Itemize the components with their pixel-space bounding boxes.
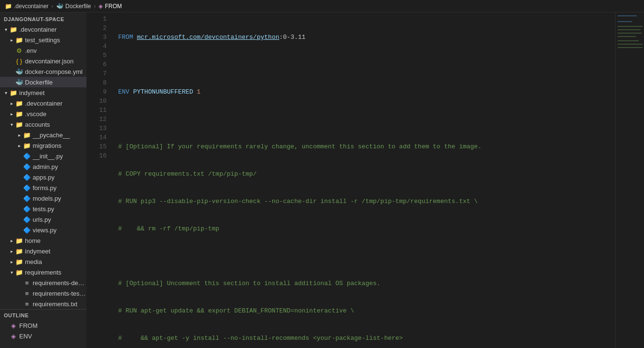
sidebar-item-urls[interactable]: 🔷 urls.py <box>0 214 86 225</box>
sidebar: DJANGONAUT-SPACE 📁 .devcontainer 📁 test_… <box>0 12 86 348</box>
sidebar-item-req-test[interactable]: ≡ requirements-test.... <box>0 288 86 299</box>
folder-icon: 📁 <box>5 3 12 10</box>
code-editor[interactable]: 1 2 3 4 5 6 7 8 9 10 11 12 13 14 15 16 F… <box>86 12 644 348</box>
breadcrumb-sep-2: › <box>94 3 96 10</box>
arrow-migrations <box>15 143 23 148</box>
folder-test-settings-icon: 📁 <box>15 36 23 44</box>
outline-header: OUTLINE <box>0 310 86 320</box>
editor-area: 1 2 3 4 5 6 7 8 9 10 11 12 13 14 15 16 F… <box>86 12 644 348</box>
sidebar-item-test-settings[interactable]: 📁 test_settings <box>0 35 86 45</box>
line-num-2: 2 <box>94 24 107 33</box>
label-outline-env: ENV <box>19 333 86 340</box>
sidebar-item-home[interactable]: 📁 home <box>0 235 86 246</box>
outline-from-icon: ◈ <box>10 322 17 329</box>
sidebar-item-media[interactable]: 📁 media <box>0 256 86 267</box>
sidebar-item-devcontainer[interactable]: 📁 .devcontainer <box>0 24 86 35</box>
label-vscode: .vscode <box>25 110 86 118</box>
sidebar-item-req-txt[interactable]: ≡ requirements.txt <box>0 299 86 309</box>
python-tests-icon: 🔷 <box>23 205 31 213</box>
code-line-2 <box>118 60 615 69</box>
sidebar-item-req-dev[interactable]: ≡ requirements-dev.t... <box>0 277 86 288</box>
svg-rect-0 <box>618 15 637 16</box>
outline-env-icon: ◈ <box>10 333 17 340</box>
label-req-txt: requirements.txt <box>33 300 86 308</box>
arrow-accounts <box>8 122 15 127</box>
sidebar-item-pycache[interactable]: 📁 __pycache__ <box>0 130 86 140</box>
sidebar-item-forms[interactable]: 🔷 forms.py <box>0 182 86 193</box>
line-num-6: 6 <box>94 60 107 69</box>
sidebar-item-apps[interactable]: 🔷 apps.py <box>0 172 86 182</box>
arrow-requirements <box>8 270 15 275</box>
label-views: views.py <box>33 227 86 234</box>
line-num-5: 5 <box>94 51 107 60</box>
folder-home-icon: 📁 <box>15 237 23 244</box>
breadcrumb-sep-1: › <box>51 3 53 10</box>
sidebar-item-migrations[interactable]: 📁 migrations <box>0 140 86 151</box>
line-num-15: 15 <box>94 142 107 151</box>
code-line-1: FROM mcr.microsoft.com/devcontainers/pyt… <box>118 33 615 42</box>
sidebar-item-devcontainer-json[interactable]: { } devcontainer.json <box>0 56 86 66</box>
sidebar-item-docker-compose[interactable]: 🐳 docker-compose.yml <box>0 66 86 77</box>
label-tests: tests.py <box>33 205 86 213</box>
sidebar-item-vscode[interactable]: 📁 .vscode <box>0 108 86 119</box>
sidebar-item-tests[interactable]: 🔷 tests.py <box>0 204 86 214</box>
svg-rect-4 <box>618 33 642 34</box>
text-req-dev-icon: ≡ <box>23 279 31 287</box>
sidebar-item-env[interactable]: ⚙ .env <box>0 45 86 56</box>
label-devcontainer: .devcontainer <box>19 26 86 33</box>
breadcrumb-dockerfile[interactable]: 🐳 Dockerfile <box>56 3 91 10</box>
svg-rect-1 <box>618 21 632 22</box>
outline-item-env[interactable]: ◈ ENV <box>0 331 86 341</box>
sidebar-item-requirements[interactable]: 📁 requirements <box>0 267 86 277</box>
label-media: media <box>25 258 86 265</box>
sidebar-item-indymeet[interactable]: 📁 indymeet <box>0 87 86 98</box>
workspace-title: DJANGONAUT-SPACE <box>0 12 86 24</box>
label-devcontainer-json: devcontainer.json <box>25 58 86 65</box>
label-apps: apps.py <box>33 174 86 181</box>
python-urls-icon: 🔷 <box>23 216 31 223</box>
label-admin: admin.py <box>33 163 86 170</box>
sidebar-item-indymeet2[interactable]: 📁 indymeet <box>0 246 86 256</box>
code-line-6: # COPY requirements.txt /tmp/pip-tmp/ <box>118 169 615 179</box>
label-req-test: requirements-test.... <box>33 290 86 297</box>
label-req-dev: requirements-dev.t... <box>33 279 86 287</box>
code-line-7: # RUN pip3 --disable-pip-version-check -… <box>118 197 615 206</box>
label-dockerfile: Dockerfile <box>25 79 86 86</box>
line-num-16: 16 <box>94 151 107 160</box>
breadcrumb-from[interactable]: ◈ FROM <box>98 3 122 10</box>
python-forms-icon: 🔷 <box>23 184 31 192</box>
sidebar-item-init[interactable]: 🔷 __init__.py <box>0 151 86 161</box>
arrow-indymeet2 <box>8 249 15 254</box>
sidebar-item-views[interactable]: 🔷 views.py <box>0 225 86 235</box>
label-accounts: accounts <box>25 121 86 128</box>
outline-section: OUTLINE ◈ FROM ◈ ENV <box>0 309 86 343</box>
label-init: __init__.py <box>33 153 86 160</box>
line-numbers: 1 2 3 4 5 6 7 8 9 10 11 12 13 14 15 16 <box>86 12 110 348</box>
arrow-media <box>8 259 15 264</box>
arrow-devcontainer2 <box>8 101 15 106</box>
python-init-icon: 🔷 <box>23 153 31 160</box>
line-num-7: 7 <box>94 69 107 78</box>
label-models: models.py <box>33 195 86 202</box>
sidebar-item-models[interactable]: 🔷 models.py <box>0 193 86 204</box>
text-req-txt-icon: ≡ <box>23 300 31 308</box>
label-devcontainer2: .devcontainer <box>25 100 86 107</box>
sidebar-item-dockerfile[interactable]: 🐳 Dockerfile <box>0 77 86 87</box>
svg-rect-5 <box>618 36 636 37</box>
breadcrumb-devcontainer[interactable]: 📁 .devcontainer <box>5 3 49 10</box>
sidebar-item-admin[interactable]: 🔷 admin.py <box>0 161 86 172</box>
folder-requirements-icon: 📁 <box>15 269 23 276</box>
svg-rect-8 <box>618 47 643 48</box>
label-indymeet: indymeet <box>19 89 86 96</box>
label-test-settings: test_settings <box>25 36 86 44</box>
dockerfile-icon: 🐳 <box>56 3 63 10</box>
sidebar-item-devcontainer2[interactable]: 📁 .devcontainer <box>0 98 86 108</box>
line-num-4: 4 <box>94 42 107 51</box>
folder-indymeet-icon: 📁 <box>10 89 17 96</box>
sidebar-item-accounts[interactable]: 📁 accounts <box>0 119 86 130</box>
outline-item-from[interactable]: ◈ FROM <box>0 320 86 331</box>
code-line-11: # RUN apt-get update && export DEBIAN_FR… <box>118 306 615 315</box>
code-content[interactable]: FROM mcr.microsoft.com/devcontainers/pyt… <box>110 12 615 348</box>
code-line-5: # [Optional] If your requirements rarely… <box>118 142 615 151</box>
python-admin-icon: 🔷 <box>23 163 31 170</box>
